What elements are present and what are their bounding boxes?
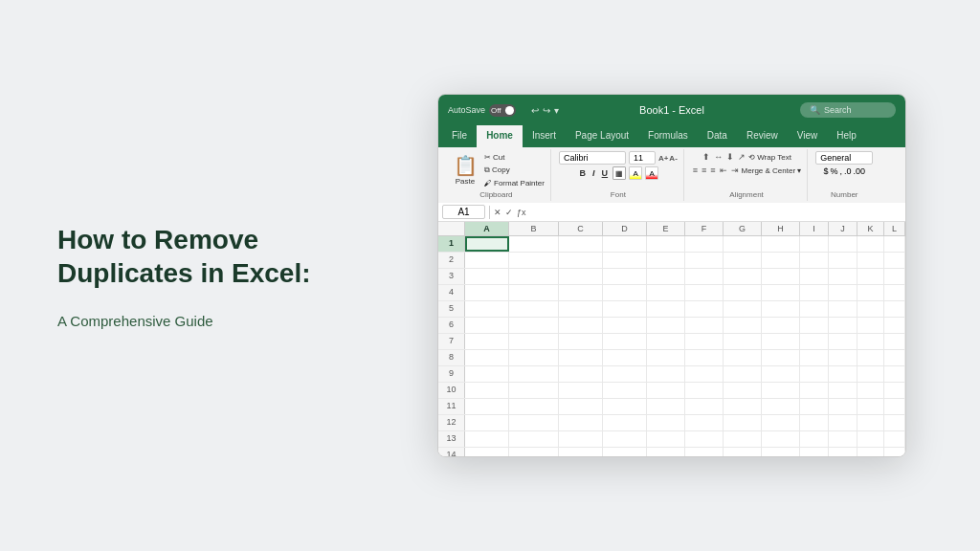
row-header-2[interactable]: 2 <box>438 253 465 268</box>
row-header-10[interactable]: 10 <box>438 383 465 398</box>
undo-icon[interactable]: ↩ <box>531 105 539 116</box>
align-middle-button[interactable]: ↔ <box>713 151 724 163</box>
col-header-b[interactable]: B <box>509 222 559 235</box>
currency-button[interactable]: $ <box>824 166 829 176</box>
indent-increase-button[interactable]: ⇥ <box>730 165 740 176</box>
font-size-box[interactable]: 11 <box>629 151 656 165</box>
copy-button[interactable]: ⧉ Copy <box>484 165 545 175</box>
align-bottom-button[interactable]: ⬇ <box>725 151 735 163</box>
row-header-3[interactable]: 3 <box>438 269 465 284</box>
tab-page-layout[interactable]: Page Layout <box>566 125 638 147</box>
col-header-l[interactable]: L <box>884 222 905 235</box>
percent-button[interactable]: % <box>831 166 838 176</box>
col-header-c[interactable]: C <box>559 222 603 235</box>
font-color-button[interactable]: A <box>645 166 658 180</box>
insert-function-icon[interactable]: ƒx <box>517 208 526 217</box>
col-header-f[interactable]: F <box>685 222 724 235</box>
row-header-7[interactable]: 7 <box>438 334 465 349</box>
format-painter-button[interactable]: 🖌 Format Painter <box>484 179 545 187</box>
col-header-k[interactable]: K <box>858 222 884 235</box>
col-header-d[interactable]: D <box>603 222 647 235</box>
cell-reference-box[interactable]: A1 <box>442 205 485 219</box>
col-header-g[interactable]: G <box>724 222 762 235</box>
redo-icon[interactable]: ↪ <box>543 105 550 116</box>
row-header-11[interactable]: 11 <box>438 399 465 414</box>
wrap-text-button[interactable]: ⟲ Wrap Text <box>748 153 791 162</box>
table-row: 7 <box>438 334 905 350</box>
bold-button[interactable]: B <box>578 167 589 179</box>
cell-i1[interactable] <box>800 236 829 252</box>
cell-b1[interactable] <box>509 236 559 252</box>
decrease-font-size-button[interactable]: A- <box>669 154 677 163</box>
row-header-8[interactable]: 8 <box>438 350 465 365</box>
fill-color-button[interactable]: A <box>629 166 642 180</box>
tab-formulas[interactable]: Formulas <box>638 125 698 147</box>
col-header-e[interactable]: E <box>647 222 685 235</box>
formula-bar: A1 ✕ ✓ ƒx <box>438 203 905 222</box>
clipboard-group: 📋 Paste ✂ Cut ⧉ Copy <box>442 149 551 201</box>
paste-button[interactable]: 📋 Paste <box>448 151 482 188</box>
tab-file[interactable]: File <box>442 125 477 147</box>
autosave-section: AutoSave Off <box>448 104 516 117</box>
cell-l1[interactable] <box>884 236 905 252</box>
table-row: 5 <box>438 301 905 318</box>
align-right-button[interactable]: ≡ <box>709 165 716 176</box>
underline-button[interactable]: U <box>600 167 611 179</box>
row-header-1[interactable]: 1 <box>438 236 465 252</box>
cell-d1[interactable] <box>603 236 647 252</box>
indent-decrease-button[interactable]: ⇤ <box>719 165 728 176</box>
merge-center-button[interactable]: Merge & Center ▾ <box>742 166 802 175</box>
autosave-toggle[interactable]: Off <box>489 104 516 117</box>
row-header-14[interactable]: 14 <box>438 448 465 456</box>
comma-button[interactable]: , <box>840 166 843 176</box>
cell-g1[interactable] <box>724 236 762 252</box>
scissors-icon: ✂ <box>484 153 491 162</box>
align-top-button[interactable]: ⬆ <box>702 151 711 163</box>
number-format-dropdown[interactable]: General <box>815 151 873 165</box>
alignment-row2: ≡ ≡ ≡ ⇤ ⇥ Merge & Center ▾ <box>692 165 802 176</box>
cell-a2[interactable] <box>465 253 509 268</box>
increase-decimal-button[interactable]: .0 <box>844 166 852 176</box>
customize-icon[interactable]: ▾ <box>554 105 559 116</box>
tab-review[interactable]: Review <box>737 125 788 147</box>
decrease-decimal-button[interactable]: .00 <box>854 166 866 176</box>
alignment-group: ⬆ ↔ ⬇ ↗ ⟲ Wrap Text ≡ ≡ ≡ <box>686 149 809 201</box>
cell-c1[interactable] <box>559 236 603 252</box>
cell-k1[interactable] <box>858 236 884 252</box>
cut-button[interactable]: ✂ Cut <box>484 153 545 162</box>
cancel-formula-icon[interactable]: ✕ <box>494 208 501 217</box>
cell-a1[interactable] <box>465 236 509 252</box>
formula-icons: ✕ ✓ ƒx <box>494 208 526 217</box>
number-row2: $ % , .0 .00 <box>824 166 866 176</box>
cell-e1[interactable] <box>647 236 685 252</box>
row-header-6[interactable]: 6 <box>438 318 465 333</box>
align-center-button[interactable]: ≡ <box>701 165 707 176</box>
cell-j1[interactable] <box>829 236 858 252</box>
row-header-9[interactable]: 9 <box>438 366 465 382</box>
text-direction-button[interactable]: ↗ <box>737 151 746 163</box>
cell-f1[interactable] <box>685 236 724 252</box>
tab-home[interactable]: Home <box>477 125 523 147</box>
tab-view[interactable]: View <box>788 125 828 147</box>
row-header-13[interactable]: 13 <box>438 431 465 447</box>
table-row: 4 <box>438 285 905 301</box>
cell-h1[interactable] <box>762 236 800 252</box>
search-box[interactable]: 🔍 Search <box>800 102 896 118</box>
col-header-i[interactable]: I <box>800 222 829 235</box>
col-header-h[interactable]: H <box>762 222 800 235</box>
row-header-4[interactable]: 4 <box>438 285 465 300</box>
tab-insert[interactable]: Insert <box>523 125 566 147</box>
table-row: 9 <box>438 366 905 383</box>
align-left-button[interactable]: ≡ <box>692 165 699 176</box>
font-name-dropdown[interactable]: Calibri <box>559 151 626 165</box>
tab-help[interactable]: Help <box>827 125 866 147</box>
confirm-formula-icon[interactable]: ✓ <box>505 208 513 217</box>
increase-font-size-button[interactable]: A+ <box>658 154 668 163</box>
row-header-5[interactable]: 5 <box>438 301 465 317</box>
col-header-a[interactable]: A <box>465 222 509 235</box>
italic-button[interactable]: I <box>590 167 597 179</box>
tab-data[interactable]: Data <box>698 125 737 147</box>
col-header-j[interactable]: J <box>829 222 858 235</box>
row-header-12[interactable]: 12 <box>438 415 465 430</box>
border-button[interactable]: ▦ <box>612 166 626 180</box>
